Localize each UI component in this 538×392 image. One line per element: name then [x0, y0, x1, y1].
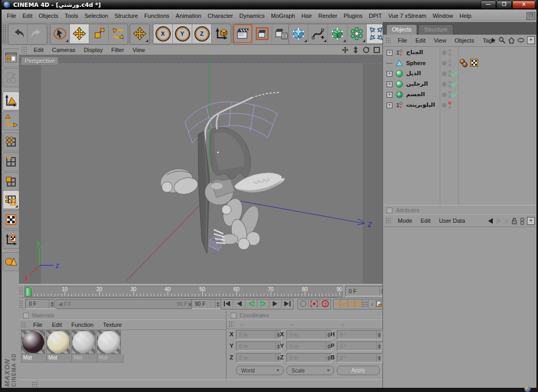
- record-keyframe-icon[interactable]: [309, 300, 320, 308]
- object-axis-mode-icon[interactable]: [3, 111, 19, 130]
- om-menu-item[interactable]: View: [430, 37, 451, 44]
- enabled-check-icon[interactable]: [451, 92, 458, 98]
- view-label[interactable]: Perspective: [21, 57, 58, 65]
- phong-tag-icon[interactable]: [460, 59, 468, 68]
- size-z-field[interactable]: 0 m: [286, 353, 332, 363]
- object-row[interactable]: + 1 البلوبرينت: [383, 100, 537, 110]
- object-row[interactable]: + الرجلين: [383, 79, 537, 89]
- viewport-menu-item[interactable]: View: [128, 47, 149, 53]
- visibility-editor-dot[interactable]: [448, 101, 451, 105]
- tab-objects[interactable]: Objects: [386, 24, 417, 35]
- object-row[interactable]: + 1 الجناح: [383, 47, 537, 58]
- statusbar-grip[interactable]: [32, 381, 38, 387]
- om-grip[interactable]: [386, 37, 391, 44]
- visibility-render-dot[interactable]: [448, 53, 451, 56]
- viewport-pan-icon[interactable]: [342, 46, 349, 54]
- undo-icon[interactable]: [8, 24, 28, 43]
- minimize-button[interactable]: —: [481, 1, 496, 9]
- materials-grip[interactable]: [21, 322, 26, 328]
- position-x-field[interactable]: 0 m: [236, 330, 282, 339]
- add-panel-icon[interactable]: +: [527, 217, 535, 225]
- viewport[interactable]: Z: [19, 55, 382, 284]
- material-item[interactable]: Mat: [71, 330, 96, 364]
- expand-icon[interactable]: +: [387, 71, 392, 77]
- object-mode-icon[interactable]: [3, 190, 19, 209]
- key-parameter-icon[interactable]: P: [355, 300, 361, 308]
- lock-y-axis-icon[interactable]: Y: [173, 24, 192, 43]
- position-y-field[interactable]: 0 m: [236, 342, 282, 351]
- next-frame-icon[interactable]: [270, 300, 282, 308]
- layer-dot[interactable]: [442, 103, 447, 108]
- current-frame-field[interactable]: 0 F: [25, 299, 56, 309]
- spinner-arrows-icon[interactable]: [215, 300, 220, 308]
- panel-checkbox-icon[interactable]: [387, 208, 392, 213]
- material-item[interactable]: Mat: [46, 330, 70, 364]
- lock-x-axis-icon[interactable]: X: [153, 24, 173, 43]
- preview-range-slider[interactable]: ◀ 0 F 90 F ▶: [54, 299, 198, 309]
- layer-dot[interactable]: [442, 82, 447, 87]
- panel-checkbox-icon[interactable]: [23, 313, 29, 318]
- search-icon[interactable]: [499, 37, 505, 44]
- menu-item[interactable]: Animation: [172, 13, 204, 19]
- nav-forward-icon[interactable]: [496, 218, 502, 224]
- menu-item[interactable]: Objects: [36, 13, 61, 19]
- go-to-end-icon[interactable]: [282, 300, 293, 308]
- menu-item[interactable]: Dynamics: [236, 13, 268, 19]
- materials-menu-item[interactable]: Edit: [47, 322, 67, 328]
- toolbar-grip[interactable]: [2, 24, 7, 43]
- key-position-icon[interactable]: [334, 300, 340, 308]
- transport-grip[interactable]: [19, 300, 24, 308]
- history-icon[interactable]: [520, 218, 524, 225]
- axis-move-icon[interactable]: [130, 24, 149, 43]
- render-view-icon[interactable]: [233, 24, 253, 43]
- om-menu-item[interactable]: Edit: [411, 37, 430, 44]
- menu-item[interactable]: Hair: [298, 13, 315, 19]
- key-scale-icon[interactable]: [340, 300, 347, 308]
- visibility-render-dot[interactable]: [448, 106, 451, 109]
- add-panel-icon[interactable]: +: [527, 36, 535, 44]
- viewport-menu-item[interactable]: Edit: [29, 47, 48, 53]
- visibility-editor-dot[interactable]: [448, 59, 451, 63]
- go-to-start-icon[interactable]: [221, 300, 233, 308]
- window-layout-icon[interactable]: ❐: [526, 12, 535, 20]
- restore-button[interactable]: ❐: [496, 1, 512, 9]
- menu-item[interactable]: Render: [315, 13, 340, 19]
- eye-icon[interactable]: [518, 38, 524, 43]
- panel-checkbox-icon[interactable]: [231, 313, 236, 318]
- coordinate-system-icon[interactable]: [212, 24, 231, 43]
- rotation-p-field[interactable]: 0 °: [337, 342, 382, 351]
- spline-pen-icon[interactable]: [308, 24, 328, 43]
- menu-item[interactable]: Edit: [19, 13, 36, 19]
- live-selection-icon[interactable]: [50, 24, 70, 43]
- menu-item[interactable]: Structure: [111, 13, 141, 19]
- menu-item[interactable]: File: [4, 13, 19, 19]
- rotation-h-field[interactable]: 0 °: [337, 330, 382, 339]
- viewport-rotate-icon[interactable]: [363, 46, 370, 54]
- layer-dot[interactable]: [442, 92, 447, 97]
- materials-menu-item[interactable]: Function: [67, 322, 98, 328]
- materials-menu-item[interactable]: Texture: [98, 322, 127, 328]
- expand-icon[interactable]: +: [387, 81, 392, 87]
- attributes-menu-item[interactable]: Mode: [394, 218, 417, 224]
- autokey-icon[interactable]: [298, 300, 309, 308]
- om-menu-item[interactable]: Objects: [450, 37, 478, 44]
- viewport-grip[interactable]: [21, 46, 27, 54]
- viewport-zoom-icon[interactable]: [352, 46, 359, 54]
- scale-tool-icon[interactable]: [89, 24, 109, 43]
- point-mode-icon[interactable]: [3, 132, 19, 151]
- mode-dropdown[interactable]: Scale: [286, 366, 334, 375]
- object-row[interactable]: + الذيل: [383, 68, 537, 79]
- timeline-ruler[interactable]: 0 10 20 30 40 50 60 70 80 90: [24, 286, 343, 297]
- array-icon[interactable]: [347, 24, 367, 43]
- menu-item[interactable]: Selection: [81, 13, 111, 19]
- tray-media-icon[interactable]: [524, 386, 531, 392]
- record-help-icon[interactable]: ?: [320, 300, 330, 308]
- texture-axis-mode-icon[interactable]: [3, 230, 19, 249]
- material-thumbnail[interactable]: [97, 330, 121, 354]
- menu-item[interactable]: Character: [204, 13, 236, 19]
- enabled-check-icon[interactable]: [451, 71, 458, 77]
- primitive-cube-icon[interactable]: [289, 24, 308, 43]
- convert-icon[interactable]: [3, 68, 19, 87]
- object-row[interactable]: + الجسم: [383, 89, 537, 100]
- render-picture-viewer-icon[interactable]: [253, 24, 272, 43]
